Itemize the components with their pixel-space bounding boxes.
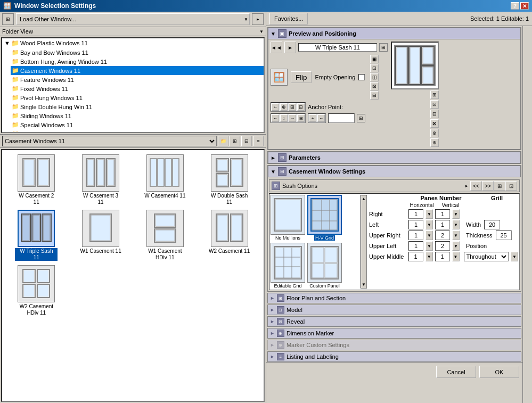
- parameters-header[interactable]: ► ⊞ Parameters: [268, 152, 521, 163]
- prev-nav-button[interactable]: ◄◄: [271, 42, 282, 53]
- upper-right-v-input[interactable]: [435, 231, 450, 240]
- left-v-arrow[interactable]: ▼: [452, 220, 460, 229]
- ok-button[interactable]: OK: [479, 366, 519, 378]
- sash-next-button[interactable]: >>: [482, 181, 494, 191]
- dimension-header[interactable]: ► ⊕ Dimension Marker: [268, 328, 521, 338]
- pos-icon-3[interactable]: ⊞: [289, 103, 296, 111]
- upper-middle-h-input[interactable]: [408, 252, 423, 261]
- sash-item-editable-grid[interactable]: Editable Grid: [271, 243, 305, 289]
- right-h-arrow[interactable]: ▼: [425, 209, 433, 219]
- empty-opening-checkbox[interactable]: [358, 74, 365, 80]
- cancel-button[interactable]: Cancel: [436, 366, 476, 378]
- side-icon-b[interactable]: ⊡: [430, 100, 439, 109]
- tree-item-special[interactable]: 📁Special Windows 11: [11, 120, 264, 129]
- upper-right-v-arrow[interactable]: ▼: [452, 231, 460, 240]
- left-v-input[interactable]: [435, 220, 450, 229]
- ah2[interactable]: ↕: [280, 114, 288, 122]
- window-item-casement2[interactable]: W Casement 2 11: [5, 153, 68, 207]
- position-select[interactable]: Throughout Interior Exterior Between Gla…: [464, 252, 509, 261]
- ah4[interactable]: ⊞: [297, 114, 305, 122]
- upper-left-h-input[interactable]: [408, 241, 423, 251]
- ctrl-icon-5[interactable]: ⊟: [370, 91, 379, 100]
- window-item-casement3[interactable]: W Casement 3 11: [70, 153, 132, 207]
- side-icon-f[interactable]: ⊕: [430, 138, 439, 147]
- listing-header[interactable]: ► ≡ Listing and Labeling: [268, 352, 521, 361]
- help-button[interactable]: ?: [511, 2, 519, 10]
- side-icon-e[interactable]: ⊛: [430, 129, 439, 137]
- sash-item-custom-panel[interactable]: Custom Panel: [307, 243, 342, 289]
- upper-left-v-arrow[interactable]: ▼: [452, 241, 460, 251]
- window-item-w1-casement-hdiv[interactable]: W1 Casement HDiv 11: [134, 209, 197, 262]
- marker-custom-header[interactable]: ► ⊛ Marker Custom Settings: [268, 340, 521, 350]
- left-h-input[interactable]: [408, 220, 423, 229]
- upper-left-h-arrow[interactable]: ▼: [425, 241, 433, 251]
- flip-button[interactable]: Flip: [291, 71, 312, 83]
- casement-header[interactable]: ▼ ⊞ Casement Window Settings: [268, 166, 521, 177]
- tree-item-pivot[interactable]: 📁Pivot Hung Windows 11: [11, 93, 264, 102]
- list-icon[interactable]: ≡: [253, 136, 264, 146]
- tree-item-tilt-turn[interactable]: 📁Tilt-Turn Windows 11: [11, 129, 264, 133]
- tree-panel[interactable]: ▼ 📁 Wood Plastic Windows 11 📁Bay and Bow…: [1, 37, 265, 133]
- tree-item-single-double[interactable]: 📁Single Double Hung Win 11: [11, 102, 264, 111]
- floor-plan-header[interactable]: ► ⊞ Floor Plan and Section: [268, 293, 521, 303]
- position-arrow[interactable]: ▼: [511, 252, 518, 261]
- upper-left-v-input[interactable]: [435, 241, 450, 251]
- thickness-input[interactable]: [496, 231, 512, 240]
- upper-middle-v-arrow[interactable]: ▼: [452, 252, 460, 261]
- window-item-casement4[interactable]: W Casement4 11: [134, 153, 197, 207]
- left-h-arrow[interactable]: ▼: [425, 220, 433, 229]
- upper-middle-v-input[interactable]: [435, 252, 450, 261]
- tree-folder-wood-plastic[interactable]: ▼ 📁 Wood Plastic Windows 11: [2, 38, 264, 48]
- ac1[interactable]: +: [309, 114, 316, 122]
- window-item-w1-casement[interactable]: W1 Casement 11: [70, 209, 132, 262]
- ah1[interactable]: ←: [272, 114, 279, 122]
- side-icon-d[interactable]: ⊠: [430, 119, 439, 128]
- tree-item-bottom-hung[interactable]: 📁Bottom Hung, Awning Window 11: [11, 57, 264, 66]
- next-nav-button[interactable]: ►: [284, 42, 296, 53]
- upper-right-h-input[interactable]: [408, 231, 423, 240]
- ah3[interactable]: →: [289, 114, 296, 122]
- pos-icon-4[interactable]: ⊟: [297, 103, 305, 111]
- tree-item-fixed[interactable]: 📁Fixed Windows 11: [11, 84, 264, 93]
- favorites-button[interactable]: Favorites...: [269, 13, 308, 24]
- grid-large-icon[interactable]: ⊟: [241, 136, 252, 146]
- window-item-w2-casement[interactable]: W2 Casement 11: [198, 209, 260, 262]
- expand-icon[interactable]: ▸: [252, 13, 264, 25]
- window-item-w2-casement-hdiv[interactable]: W2 Casement HDiv 11: [5, 264, 68, 317]
- ac2[interactable]: ↔: [317, 114, 325, 122]
- side-icon-c[interactable]: ⊟: [430, 110, 439, 118]
- tree-item-casement[interactable]: 📁Casement Windows 11: [11, 66, 264, 75]
- sash-item-hv-grid[interactable]: H-V Grid: [307, 195, 342, 241]
- grid-small-icon[interactable]: ⊞: [230, 136, 240, 146]
- ctrl-icon-4[interactable]: ⊠: [370, 82, 379, 91]
- grid-view-icon[interactable]: ⊞: [2, 13, 14, 25]
- pos-icon-2[interactable]: ⊕: [280, 103, 288, 111]
- sash-prev-button[interactable]: <<: [470, 181, 482, 191]
- category-select[interactable]: Casement Windows 11: [2, 136, 217, 146]
- upper-right-h-arrow[interactable]: ▼: [425, 231, 433, 240]
- preview-section-header[interactable]: ▼ ▣ Preview and Positioning: [268, 28, 521, 39]
- right-h-input[interactable]: [408, 209, 423, 219]
- side-icon-a[interactable]: ⊞: [430, 91, 439, 99]
- anchor-value-input[interactable]: 100: [328, 113, 355, 123]
- pos-icon-1[interactable]: ←: [272, 103, 279, 111]
- width-input[interactable]: [484, 220, 500, 229]
- model-header[interactable]: ► ⊡ Model: [268, 305, 521, 315]
- ctrl-icon-2[interactable]: ⊡: [370, 64, 379, 72]
- right-v-arrow[interactable]: ▼: [452, 209, 460, 219]
- tree-item-bay-bow[interactable]: 📁Bay and Bow Windows 11: [11, 48, 264, 57]
- tree-item-feature[interactable]: 📁Feature Windows 11: [11, 75, 264, 84]
- close-button[interactable]: ✕: [520, 2, 529, 10]
- sash-expand-button[interactable]: ⊞: [494, 181, 505, 191]
- reveal-header[interactable]: ► ⊠ Reveal: [268, 317, 521, 326]
- load-other-window-button[interactable]: Load Other Window... ▼: [16, 13, 250, 25]
- sash-copy-button[interactable]: ⊡: [505, 181, 517, 191]
- right-v-input[interactable]: [435, 209, 450, 219]
- ctrl-icon-3[interactable]: ◫: [370, 73, 379, 81]
- ctrl-icon-1[interactable]: ▣: [370, 55, 379, 63]
- window-item-triple-sash[interactable]: W Triple Sash 11: [5, 209, 68, 262]
- window-item-double-sash[interactable]: W Double Sash 11: [198, 153, 260, 207]
- sash-scrollbar[interactable]: ▲ ▼: [361, 195, 367, 289]
- sash-item-no-mullions[interactable]: No Mullions: [271, 195, 305, 241]
- upper-middle-h-arrow[interactable]: ▼: [425, 252, 433, 261]
